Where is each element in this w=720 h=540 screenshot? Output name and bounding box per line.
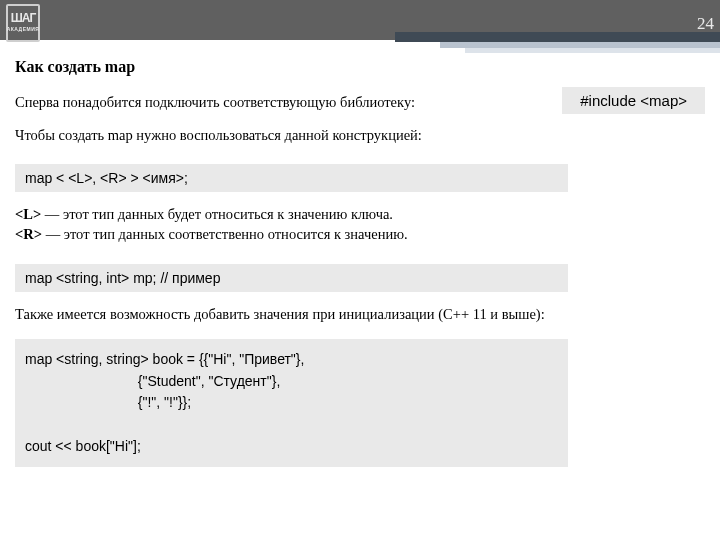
para-construct: Чтобы создать map нужно воспользоваться … — [15, 127, 705, 144]
body: Как создать map Сперва понадобится подкл… — [15, 58, 705, 467]
desc-r-rest: — этот тип данных соответственно относит… — [42, 226, 408, 242]
desc-l-tag: <L> — [15, 206, 41, 222]
desc-l-rest: — этот тип данных будет относиться к зна… — [41, 206, 393, 222]
logo-line-1: ШАГ — [11, 13, 36, 23]
desc-l: <L> — этот тип данных будет относиться к… — [15, 206, 705, 223]
decor-band-dark — [395, 32, 720, 42]
desc-r: <R> — этот тип данных соответственно отн… — [15, 226, 705, 243]
desc-r-tag: <R> — [15, 226, 42, 242]
init-code: map <string, string> book = {{"Hi", "При… — [15, 339, 568, 467]
example-code: map <string, int> mp; // пример — [15, 264, 568, 292]
decor-band-lite — [465, 48, 720, 53]
declaration-code: map < <L>, <R> > <имя>; — [15, 164, 568, 192]
include-code: #include <map> — [562, 87, 705, 114]
para-init: Также имеется возможность добавить значе… — [15, 306, 705, 323]
page-number: 24 — [697, 14, 714, 34]
slide: ШАГ АКАДЕМИЯ 24 Как создать map Сперва п… — [0, 0, 720, 540]
logo-line-2: АКАДЕМИЯ — [7, 24, 40, 34]
gap — [15, 246, 705, 264]
slide-title: Как создать map — [15, 58, 705, 76]
logo: ШАГ АКАДЕМИЯ — [6, 4, 40, 42]
include-row: Сперва понадобится подключить соответств… — [15, 94, 705, 111]
